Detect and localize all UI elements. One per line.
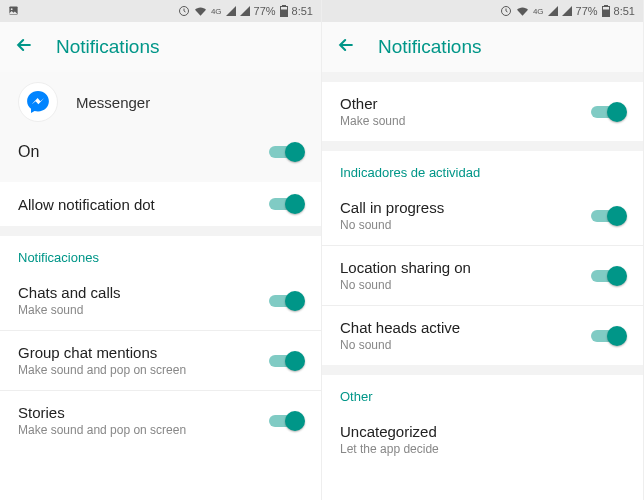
row-call-progress[interactable]: Call in progress No sound — [322, 186, 643, 245]
screen-left: 4G 77% 8:51 Notifications Messenger On A… — [0, 0, 322, 500]
signal-icon-1 — [548, 6, 558, 16]
svg-rect-9 — [604, 5, 608, 6]
back-button[interactable] — [336, 35, 364, 60]
chats-calls-label: Chats and calls — [18, 284, 269, 301]
location-sharing-label: Location sharing on — [340, 259, 591, 276]
battery-icon — [280, 5, 288, 17]
toggle-allow-dot[interactable] — [269, 195, 303, 213]
toggle-on[interactable] — [269, 143, 303, 161]
chat-heads-sub: No sound — [340, 338, 591, 352]
on-label: On — [18, 143, 269, 161]
group-mentions-label: Group chat mentions — [18, 344, 269, 361]
toggle-call-progress[interactable] — [591, 207, 625, 225]
divider — [322, 72, 643, 82]
wifi-icon — [194, 6, 207, 17]
divider — [0, 226, 321, 236]
svg-point-1 — [11, 8, 13, 10]
network-label: 4G — [211, 7, 222, 16]
row-other[interactable]: Other Make sound — [322, 82, 643, 141]
uncategorized-label: Uncategorized — [340, 423, 625, 440]
row-allow-dot[interactable]: Allow notification dot — [0, 182, 321, 226]
app-name: Messenger — [76, 94, 150, 111]
svg-rect-10 — [603, 7, 609, 10]
signal-icon-1 — [226, 6, 236, 16]
toggle-chat-heads[interactable] — [591, 327, 625, 345]
toggle-stories[interactable] — [269, 412, 303, 430]
network-label: 4G — [533, 7, 544, 16]
call-progress-sub: No sound — [340, 218, 591, 232]
row-on-toggle[interactable]: On — [0, 130, 321, 174]
divider — [322, 365, 643, 375]
row-group-mentions[interactable]: Group chat mentions Make sound and pop o… — [0, 331, 321, 390]
uncategorized-sub: Let the app decide — [340, 442, 625, 456]
chats-calls-sub: Make sound — [18, 303, 269, 317]
row-chat-heads[interactable]: Chat heads active No sound — [322, 306, 643, 365]
divider — [322, 141, 643, 151]
signal-icon-2 — [240, 6, 250, 16]
status-bar: 4G 77% 8:51 — [0, 0, 321, 22]
battery-label: 77% — [576, 5, 598, 17]
page-title: Notifications — [378, 36, 482, 58]
call-progress-label: Call in progress — [340, 199, 591, 216]
stories-label: Stories — [18, 404, 269, 421]
svg-rect-5 — [281, 7, 287, 10]
section-activity-indicators: Indicadores de actividad — [322, 151, 643, 186]
row-location-sharing[interactable]: Location sharing on No sound — [322, 246, 643, 305]
image-icon — [8, 5, 19, 16]
status-bar: 4G 77% 8:51 — [322, 0, 643, 22]
time-label: 8:51 — [292, 5, 313, 17]
sync-icon — [500, 5, 512, 17]
wifi-icon — [516, 6, 529, 17]
sync-icon — [178, 5, 190, 17]
chat-heads-label: Chat heads active — [340, 319, 591, 336]
screen-right: 4G 77% 8:51 Notifications Other Make sou… — [322, 0, 644, 500]
app-icon-messenger — [18, 82, 58, 122]
other-label: Other — [340, 95, 591, 112]
location-sharing-sub: No sound — [340, 278, 591, 292]
app-info: Messenger On — [0, 72, 321, 182]
row-uncategorized[interactable]: Uncategorized Let the app decide — [322, 410, 643, 469]
group-mentions-sub: Make sound and pop on screen — [18, 363, 269, 377]
toggle-group-mentions[interactable] — [269, 352, 303, 370]
battery-icon — [602, 5, 610, 17]
allow-dot-label: Allow notification dot — [18, 196, 269, 213]
toggle-chats-calls[interactable] — [269, 292, 303, 310]
section-notificaciones: Notificaciones — [0, 236, 321, 271]
section-other: Other — [322, 375, 643, 410]
toggle-location-sharing[interactable] — [591, 267, 625, 285]
page-title: Notifications — [56, 36, 160, 58]
back-button[interactable] — [14, 35, 42, 60]
stories-sub: Make sound and pop on screen — [18, 423, 269, 437]
row-stories[interactable]: Stories Make sound and pop on screen — [0, 391, 321, 450]
other-sub: Make sound — [340, 114, 591, 128]
battery-label: 77% — [254, 5, 276, 17]
toggle-other[interactable] — [591, 103, 625, 121]
app-bar: Notifications — [0, 22, 321, 72]
row-chats-calls[interactable]: Chats and calls Make sound — [0, 271, 321, 330]
signal-icon-2 — [562, 6, 572, 16]
svg-rect-4 — [282, 5, 286, 6]
app-bar: Notifications — [322, 22, 643, 72]
time-label: 8:51 — [614, 5, 635, 17]
